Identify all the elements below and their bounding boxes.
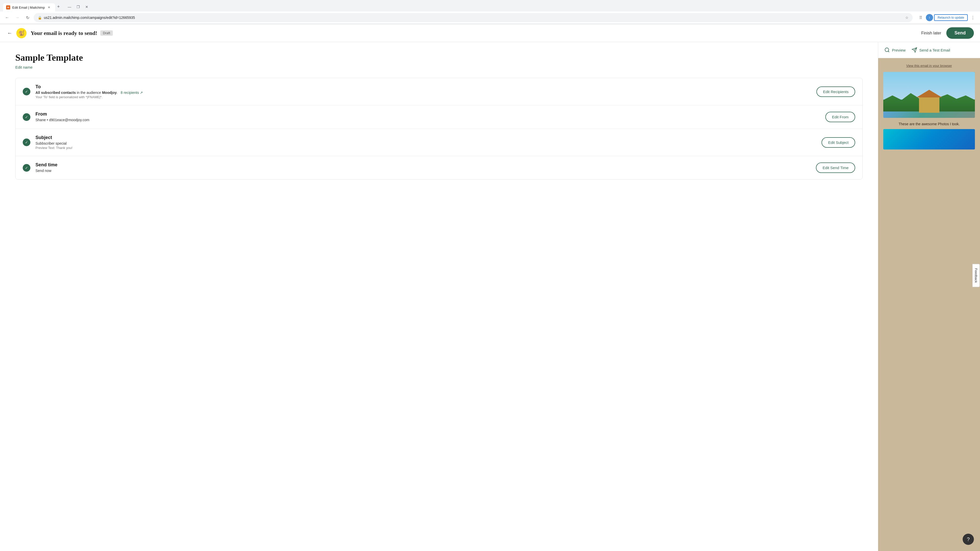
reload-button[interactable]: ↻	[24, 14, 32, 22]
subject-label: Subject	[35, 135, 821, 140]
email-second-image	[883, 129, 975, 149]
draft-badge: Draft	[100, 30, 113, 36]
back-arrow-icon: ←	[7, 30, 12, 36]
subject-subvalue: Preview Text: Thank you!	[35, 146, 821, 150]
to-label: To	[35, 84, 816, 89]
help-button[interactable]: ?	[963, 534, 974, 545]
subject-content: Subject Subbscriber special Preview Text…	[35, 135, 821, 150]
send-time-value: Send now	[35, 168, 816, 173]
from-value: Shane • d901eace@moodjoy.com	[35, 118, 825, 122]
edit-name-link[interactable]: Edit name	[15, 65, 33, 69]
right-panel: Preview Send a Test Email View this emai…	[878, 42, 980, 551]
subject-check-icon: ✓	[23, 138, 30, 146]
preview-icon	[884, 47, 890, 53]
tab-title: Edit Email | Mailchimp	[12, 6, 45, 10]
finish-later-button[interactable]: Finish later	[921, 31, 941, 35]
browser-nav-bar: ← → ↻ 🔒 us21.admin.mailchimp.com/campaig…	[0, 11, 980, 24]
email-body-text: These are the awesome Photos I took.	[883, 122, 975, 126]
to-subvalue: Your 'To' field is personalized with *|F…	[35, 95, 816, 99]
from-check-icon: ✓	[23, 113, 30, 121]
temple-body	[919, 97, 939, 113]
recipients-link[interactable]: 8 recipients ↗	[121, 91, 143, 95]
preview-button[interactable]: Preview	[884, 47, 905, 53]
view-in-browser-link[interactable]: View this email in your browser	[906, 64, 952, 68]
forward-nav-button[interactable]: →	[13, 14, 21, 22]
send-time-check-icon: ✓	[23, 164, 30, 171]
email-main-image	[883, 72, 975, 118]
edit-subject-button[interactable]: Edit Subject	[821, 137, 855, 148]
send-time-section: ✓ Send time Send now Edit Send Time	[16, 156, 862, 179]
from-section: ✓ From Shane • d901eace@moodjoy.com Edit…	[16, 105, 862, 129]
app-container: ← 🐒 Your email is ready to send! Draft F…	[0, 24, 980, 551]
active-tab[interactable]: M Edit Email | Mailchimp ✕	[3, 3, 55, 11]
email-browser-link: View this email in your browser	[883, 63, 975, 68]
back-button[interactable]: ←	[6, 29, 13, 37]
extensions-button[interactable]: ⠿	[917, 14, 925, 22]
sections-list: ✓ To All subscribed contacts in the audi…	[15, 78, 862, 179]
address-bar[interactable]: 🔒 us21.admin.mailchimp.com/campaigns/edi…	[34, 13, 913, 22]
to-content: To All subscribed contacts in the audien…	[35, 84, 816, 99]
mailchimp-logo: 🐒	[16, 28, 27, 38]
temple-roof	[916, 90, 942, 97]
preview-actions: Preview Send a Test Email	[878, 42, 980, 58]
subject-section: ✓ Subject Subbscriber special Preview Te…	[16, 129, 862, 156]
browser-actions: ⠿ I Relaunch to update ⋮	[917, 14, 977, 22]
close-button[interactable]: ✕	[83, 3, 90, 11]
tab-bar: M Edit Email | Mailchimp ✕ +	[3, 2, 62, 11]
bookmark-icon[interactable]: ☆	[905, 16, 908, 20]
url-display: us21.admin.mailchimp.com/campaigns/edit?…	[44, 16, 903, 20]
main-content: Sample Template Edit name ✓ To All subsc…	[0, 42, 980, 551]
from-content: From Shane • d901eace@moodjoy.com	[35, 111, 825, 122]
to-section: ✓ To All subscribed contacts in the audi…	[16, 78, 862, 105]
send-button[interactable]: Send	[946, 27, 974, 39]
window-controls: — ❐ ✕	[66, 3, 90, 11]
back-nav-button[interactable]: ←	[3, 14, 11, 22]
app-header: ← 🐒 Your email is ready to send! Draft F…	[0, 24, 980, 42]
relaunch-button[interactable]: Relaunch to update	[934, 14, 968, 21]
send-time-label: Send time	[35, 162, 816, 168]
campaign-title: Sample Template	[15, 52, 862, 63]
restore-button[interactable]: ❐	[75, 3, 82, 11]
minimize-button[interactable]: —	[66, 3, 73, 11]
svg-line-1	[888, 51, 889, 52]
tab-favicon: M	[6, 5, 10, 10]
browser-top-bar: M Edit Email | Mailchimp ✕ + — ❐ ✕	[0, 0, 980, 11]
email-content: View this email in your browser These ar…	[878, 58, 980, 551]
email-preview-container[interactable]: View this email in your browser These ar…	[878, 58, 980, 551]
send-test-email-button[interactable]: Send a Test Email	[912, 47, 950, 53]
new-tab-button[interactable]: +	[55, 2, 62, 11]
edit-send-time-button[interactable]: Edit Send Time	[816, 162, 855, 173]
edit-from-button[interactable]: Edit From	[825, 112, 855, 122]
tab-close-button[interactable]: ✕	[47, 5, 51, 10]
send-test-icon	[912, 47, 917, 53]
page-title: Your email is ready to send!	[30, 30, 97, 37]
send-time-content: Send time Send now	[35, 162, 816, 173]
subject-value: Subbscriber special	[35, 141, 821, 145]
left-panel: Sample Template Edit name ✓ To All subsc…	[0, 42, 878, 551]
chrome-menu-button[interactable]: ⋮	[969, 14, 977, 22]
edit-recipients-button[interactable]: Edit Recipients	[816, 86, 855, 97]
browser-chrome: M Edit Email | Mailchimp ✕ + — ❐ ✕ ← → ↻…	[0, 0, 980, 24]
profile-icon[interactable]: I	[926, 14, 933, 21]
from-label: From	[35, 111, 825, 117]
logo-icon: 🐒	[16, 28, 27, 38]
header-actions: Finish later Send	[921, 27, 974, 39]
to-check-icon: ✓	[23, 88, 30, 95]
to-value: All subscribed contacts in the audience …	[35, 91, 816, 95]
feedback-tab[interactable]: Feedback	[972, 264, 980, 287]
svg-point-0	[885, 48, 889, 52]
lock-icon: 🔒	[38, 16, 42, 20]
